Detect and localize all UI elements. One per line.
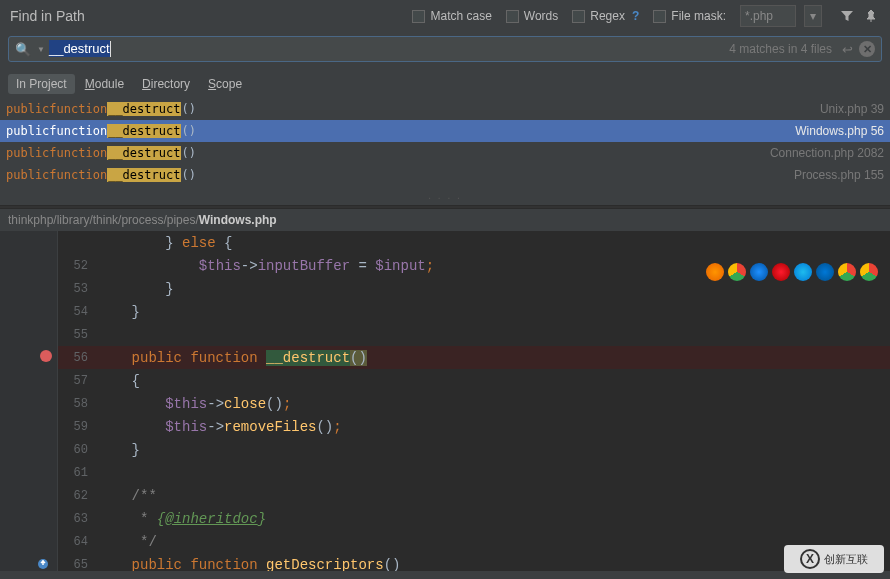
tab-in-project[interactable]: In Project [8,74,75,94]
words-checkbox[interactable]: Words [506,9,558,23]
open-results-icon[interactable]: ↩ [836,42,859,57]
search-icon[interactable]: 🔍 [9,42,37,57]
code-line: 56 public function __destruct() [58,346,890,369]
dialog-title: Find in Path [10,8,85,24]
regex-help-icon[interactable]: ? [632,9,639,23]
preview-path: thinkphp/library/think/process/pipes/Win… [0,209,890,231]
code-line: 60 } [58,438,890,461]
tab-directory[interactable]: Directory [134,74,198,94]
code-line: 59 $this->removeFiles(); [58,415,890,438]
breakpoint-icon[interactable] [40,350,52,362]
file-mask-checkbox[interactable]: File mask: [653,9,726,23]
tab-module[interactable]: Module [77,74,132,94]
chrome-icon[interactable] [728,263,746,281]
code-preview[interactable]: } else {52 $this->inputBuffer = $input;5… [0,231,890,571]
code-line: 63 * {@inheritdoc} [58,507,890,530]
results-list: public function __destruct()Unix.php 39p… [0,98,890,186]
ie-icon[interactable] [794,263,812,281]
tab-scope[interactable]: Scope [200,74,250,94]
code-line: 61 [58,461,890,484]
search-input[interactable]: __destruct [49,41,111,58]
file-mask-dropdown[interactable]: ▾ [804,5,822,27]
code-line: 65 public function getDescriptors() [58,553,890,571]
gutter-override-icon[interactable] [36,557,50,571]
result-row[interactable]: public function __destruct()Connection.p… [0,142,890,164]
opera-icon[interactable] [772,263,790,281]
pin-icon[interactable] [862,7,880,25]
edge-icon[interactable] [816,263,834,281]
code-line: 62 /** [58,484,890,507]
browser-icons-panel [706,263,878,281]
chrome-icon-3[interactable] [860,263,878,281]
watermark: X创新互联 [784,545,884,573]
firefox-icon[interactable] [706,263,724,281]
scope-tabs: In Project Module Directory Scope [0,66,890,98]
result-row[interactable]: public function __destruct()Unix.php 39 [0,98,890,120]
chrome-icon-2[interactable] [838,263,856,281]
dialog-header: Find in Path Match case Words Regex? Fil… [0,0,890,32]
result-row[interactable]: public function __destruct()Process.php … [0,164,890,186]
code-line: 54 } [58,300,890,323]
filter-icon[interactable] [838,7,856,25]
results-separator: . . . . [0,186,890,205]
code-line: 64 */ [58,530,890,553]
code-line: 55 [58,323,890,346]
match-case-checkbox[interactable]: Match case [412,9,491,23]
result-row[interactable]: public function __destruct()Windows.php … [0,120,890,142]
gutter [0,231,58,571]
file-mask-input[interactable] [740,5,796,27]
code-line: } else { [58,231,890,254]
code-line: 57 { [58,369,890,392]
search-status: 4 matches in 4 files [729,42,836,56]
search-history-dropdown[interactable]: ▼ [37,45,45,54]
search-bar[interactable]: 🔍 ▼ __destruct 4 matches in 4 files ↩ ✕ [8,36,882,62]
regex-checkbox[interactable]: Regex? [572,9,639,23]
safari-icon[interactable] [750,263,768,281]
clear-search-icon[interactable]: ✕ [859,41,875,57]
code-line: 58 $this->close(); [58,392,890,415]
